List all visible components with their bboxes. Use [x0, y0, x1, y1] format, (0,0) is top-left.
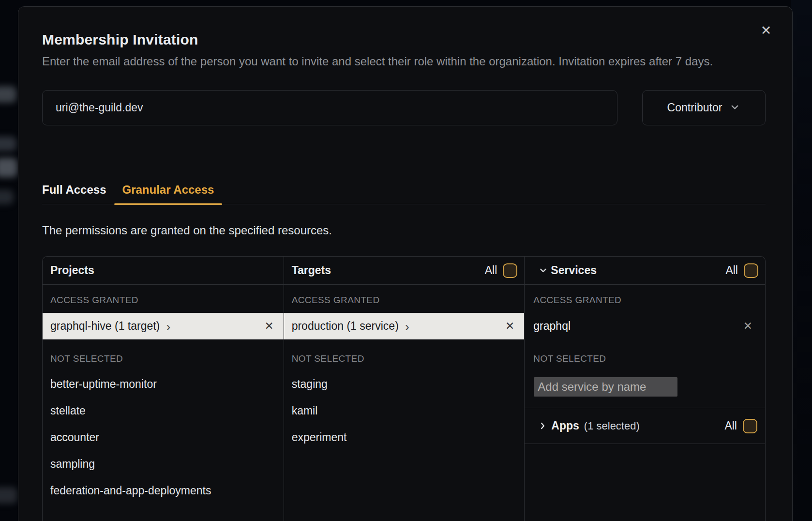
- apps-all-checkbox[interactable]: [743, 419, 757, 433]
- granted-project-name: graphql-hive (1 target): [50, 320, 160, 333]
- chevron-right-icon: ›: [405, 322, 409, 332]
- backdrop-blur-smudge: [0, 86, 16, 103]
- apps-section-row[interactable]: Apps (1 selected) All: [525, 408, 765, 444]
- remove-target-icon[interactable]: ✕: [505, 320, 514, 333]
- granted-service-row: graphql ✕: [525, 313, 765, 339]
- backdrop-blur-smudge: [0, 190, 14, 204]
- granted-target-name: production (1 service): [292, 320, 399, 333]
- remove-project-icon[interactable]: ✕: [264, 320, 273, 333]
- access-granted-label: ACCESS GRANTED: [533, 294, 765, 306]
- not-selected-label: NOT SELECTED: [533, 353, 765, 365]
- access-tabs: Full Access Granular Access: [42, 179, 766, 204]
- role-dropdown[interactable]: Contributor: [642, 90, 766, 125]
- add-service-input[interactable]: [534, 377, 677, 397]
- targets-header-label: Targets: [292, 264, 331, 277]
- backdrop: [791, 0, 812, 521]
- backdrop-blur-smudge: [0, 158, 17, 177]
- tab-granular-access[interactable]: Granular Access: [114, 179, 223, 204]
- backdrop-blur-smudge: [0, 137, 16, 151]
- chevron-right-icon: [538, 421, 547, 430]
- targets-column: Targets All ACCESS GRANTED production (1…: [284, 257, 525, 521]
- invite-form-row: Contributor: [42, 90, 766, 125]
- chevron-down-icon: [538, 265, 548, 276]
- list-item[interactable]: stellate: [50, 398, 284, 424]
- targets-column-header: Targets All: [284, 257, 525, 285]
- not-selected-label: NOT SELECTED: [50, 353, 284, 365]
- granted-target-row[interactable]: production (1 service) › ✕: [284, 313, 525, 339]
- apps-selected-count: (1 selected): [584, 420, 640, 432]
- projects-column: Projects ACCESS GRANTED graphql-hive (1 …: [43, 257, 284, 521]
- list-item[interactable]: federation-and-app-deployments: [50, 477, 284, 504]
- targets-not-selected-list: staging kamil experiment: [292, 371, 525, 451]
- resources-permission-table: Projects ACCESS GRANTED graphql-hive (1 …: [42, 256, 766, 521]
- projects-column-header: Projects: [43, 257, 284, 285]
- list-item[interactable]: accounter: [50, 424, 284, 451]
- granted-project-row[interactable]: graphql-hive (1 target) › ✕: [43, 313, 284, 339]
- targets-all-checkbox[interactable]: [503, 263, 517, 278]
- list-item[interactable]: kamil: [292, 398, 525, 424]
- granted-service-name: graphql: [533, 320, 571, 333]
- access-granted-label: ACCESS GRANTED: [292, 294, 525, 306]
- permissions-note: The permissions are granted on the speci…: [42, 225, 766, 236]
- backdrop-blur-smudge: [0, 487, 17, 504]
- list-item[interactable]: staging: [292, 371, 525, 398]
- dialog-description: Enter the email address of the person yo…: [42, 52, 766, 70]
- list-item[interactable]: experiment: [292, 424, 525, 451]
- access-granted-label: ACCESS GRANTED: [50, 294, 284, 306]
- targets-all-label: All: [485, 264, 497, 277]
- not-selected-label: NOT SELECTED: [292, 353, 525, 365]
- list-item[interactable]: better-uptime-monitor: [50, 371, 284, 398]
- remove-service-icon[interactable]: ✕: [743, 320, 752, 333]
- chevron-right-icon: ›: [166, 322, 170, 332]
- apps-all-label: All: [724, 419, 737, 432]
- projects-not-selected-list: better-uptime-monitor stellate accounter…: [50, 371, 284, 504]
- email-field[interactable]: [42, 90, 617, 125]
- list-item[interactable]: sampling: [50, 451, 284, 477]
- membership-invitation-dialog: ✕ Membership Invitation Enter the email …: [18, 6, 793, 521]
- chevron-down-icon: [729, 100, 740, 116]
- projects-header-label: Projects: [50, 264, 94, 277]
- services-column: Services All ACCESS GRANTED graphql ✕ NO…: [524, 257, 765, 521]
- services-all-checkbox[interactable]: [744, 263, 758, 278]
- tab-full-access[interactable]: Full Access: [42, 179, 106, 204]
- close-icon[interactable]: ✕: [758, 23, 774, 38]
- page-title: Membership Invitation: [42, 31, 766, 48]
- services-header-label: Services: [551, 264, 597, 277]
- services-all-label: All: [725, 264, 738, 277]
- role-dropdown-value: Contributor: [667, 101, 722, 114]
- services-column-header[interactable]: Services All: [525, 257, 765, 285]
- apps-label: Apps: [551, 419, 579, 432]
